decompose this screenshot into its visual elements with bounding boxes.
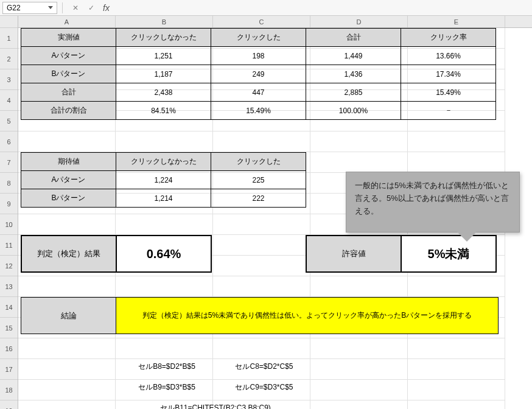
spreadsheet-grid: 1 2 3 4 5 6 7 8 9 10 11 12 13 14 15 16 1… [0,16,532,409]
row-header[interactable]: 3 [0,69,18,90]
row-header[interactable]: 5 [0,111,18,131]
row-header[interactable]: 1 [0,28,18,49]
col-header[interactable]: B [116,16,213,27]
row-header[interactable]: 10 [0,214,18,235]
row-header[interactable]: 18 [0,380,18,400]
column-headers: A B C D E [18,16,532,28]
formula-bar: G22 ✕ ✓ fx [0,0,532,16]
row-header[interactable]: 6 [0,131,18,152]
select-all-corner[interactable] [0,16,18,28]
row-header[interactable]: 14 [0,297,18,318]
row-header[interactable]: 16 [0,338,18,359]
row-header[interactable]: 19 [0,400,18,409]
col-header[interactable]: E [408,16,505,27]
row-header[interactable]: 11 [0,235,18,256]
cancel-icon[interactable]: ✕ [70,2,81,13]
col-header[interactable]: D [310,16,408,27]
row-header[interactable]: 8 [0,173,18,194]
row-header[interactable]: 7 [0,152,18,173]
name-box[interactable]: G22 [2,2,57,14]
name-box-value: G22 [7,4,21,12]
row-header[interactable]: 17 [0,359,18,380]
row-headers: 1 2 3 4 5 6 7 8 9 10 11 12 13 14 15 16 1… [0,16,18,409]
row-header[interactable]: 9 [0,194,18,214]
row-header[interactable]: 15 [0,318,18,338]
col-header[interactable]: C [213,16,310,27]
chevron-down-icon [48,6,53,9]
row-header[interactable]: 2 [0,49,18,69]
formula-input[interactable] [114,2,530,14]
row-header[interactable]: 13 [0,276,18,297]
col-header[interactable]: A [18,16,116,27]
enter-icon[interactable]: ✓ [86,2,97,13]
row-header[interactable]: 4 [0,90,18,111]
fx-icon[interactable]: fx [103,3,110,13]
grid-body[interactable]: 実測値 クリックしなかった クリックした 合計 クリック率 Aパターン 1,25… [18,28,532,409]
row-header[interactable]: 12 [0,256,18,276]
separator [62,2,63,13]
